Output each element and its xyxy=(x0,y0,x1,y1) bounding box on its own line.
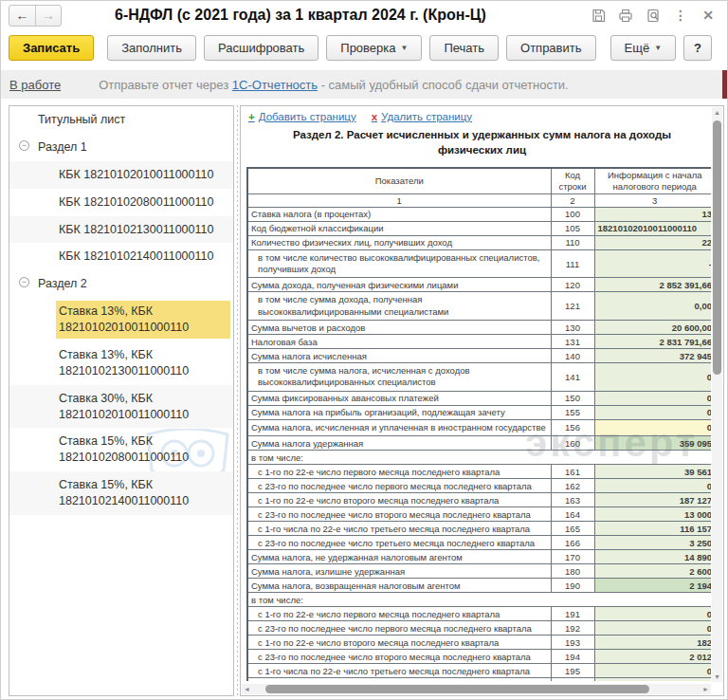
value-cell-111[interactable]: - xyxy=(594,249,711,278)
value-cell-196[interactable]: 0 xyxy=(594,678,711,681)
line-code: 190 xyxy=(551,579,594,593)
delete-page-link[interactable]: xУдалить страницу xyxy=(372,111,472,122)
indicator-label: Налоговая база xyxy=(247,335,551,349)
indicator-label: Сумма налога, возвращенная налоговым аге… xyxy=(247,579,551,593)
value-cell-156[interactable]: 0 xyxy=(594,419,711,435)
value-cell-150[interactable]: 0 xyxy=(594,391,711,405)
sidebar-item-10[interactable]: Ставка 15%, КБК 18210102080011000110 xyxy=(9,428,233,471)
sidebar-item-3[interactable]: КБК 18210102080011000110 xyxy=(9,189,233,216)
scroll-up-icon[interactable]: ▲ xyxy=(712,107,722,118)
sidebar-item-5[interactable]: КБК 18210102140011000110 xyxy=(9,243,233,270)
report-status-link[interactable]: В работе xyxy=(9,78,61,92)
1c-reporting-link[interactable]: 1С-Отчетность xyxy=(232,78,318,92)
line-code: 131 xyxy=(551,335,594,349)
toolbar-button-заполнить[interactable]: Заполнить xyxy=(107,35,196,61)
table-row: Сумма налога удержанная160359 095 xyxy=(247,436,711,451)
value-cell-194[interactable]: 2 012 xyxy=(594,650,711,664)
horizontal-scrollbar[interactable]: ◄ ► xyxy=(242,684,711,694)
line-code: 161 xyxy=(551,465,594,479)
value-cell-195[interactable]: 0 xyxy=(594,664,711,678)
value-cell-100[interactable]: 13 xyxy=(594,207,711,221)
sidebar-item-label: Титульный лист xyxy=(38,112,125,128)
chevron-down-icon: ▼ xyxy=(401,44,409,52)
value-cell-121[interactable]: 0,00 xyxy=(594,292,711,321)
value-cell-170[interactable]: 14 890 xyxy=(594,550,711,564)
line-code: 105 xyxy=(551,221,594,235)
sidebar-item-2[interactable]: КБК 18210102010011000110 xyxy=(9,161,233,189)
value-cell-165[interactable]: 116 157 xyxy=(594,522,711,536)
save-icon[interactable] xyxy=(591,8,606,23)
toolbar-button-label: ? xyxy=(694,41,701,55)
table-row: Налоговая база1312 831 791,66 xyxy=(247,335,711,349)
sidebar-item-8[interactable]: Ставка 13%, КБК 18210102130011000110 xyxy=(9,341,233,385)
toolbar-button-расшифровать[interactable]: Расшифровать xyxy=(204,35,318,61)
scroll-left-icon[interactable]: ◄ xyxy=(242,684,252,694)
forward-icon[interactable]: → xyxy=(35,6,61,26)
table-row: в том числе сумма дохода, полученная выс… xyxy=(247,292,711,321)
value-cell-193[interactable]: 182 xyxy=(594,636,711,650)
value-cell-105[interactable]: 18210102010011000110 xyxy=(594,221,711,235)
value-cell-163[interactable]: 187 127 xyxy=(594,493,711,507)
sidebar-item-9[interactable]: Ставка 30%, КБК 18210102010011000110 xyxy=(9,385,233,429)
sidebar-item-6[interactable]: −Раздел 2 xyxy=(9,270,233,298)
back-icon[interactable]: ← xyxy=(9,6,35,26)
table-row: в том числе: xyxy=(247,451,711,465)
value-cell-141[interactable]: 0 xyxy=(594,363,711,392)
collapse-icon[interactable]: − xyxy=(19,140,29,151)
table-row: с 1-го числа по 22-е число третьего меся… xyxy=(247,522,711,536)
value-cell-140[interactable]: 372 945 xyxy=(594,349,711,363)
value-cell-161[interactable]: 39 561 xyxy=(594,465,711,479)
value-cell-160[interactable]: 359 095 xyxy=(594,436,711,451)
section-title: Раздел 2. Расчет исчисленных и удержанны… xyxy=(241,128,723,157)
value-cell-110[interactable]: 22 xyxy=(594,235,711,249)
line-code: 180 xyxy=(551,564,594,579)
toolbar-button-записать[interactable]: Записать xyxy=(9,35,94,61)
table-row: в том числе сумма налога, исчисленная с … xyxy=(247,363,711,392)
print-icon[interactable] xyxy=(618,8,633,23)
value-cell-130[interactable]: 20 600,00 xyxy=(594,321,711,335)
line-code: 120 xyxy=(551,278,594,292)
value-cell-120[interactable]: 2 852 391,66 xyxy=(594,278,711,292)
sidebar-item-0[interactable]: Титульный лист xyxy=(9,106,233,134)
toolbar-button-ещ-[interactable]: Ещё▼ xyxy=(610,35,677,61)
vertical-scrollbar-thumb[interactable] xyxy=(713,120,721,375)
scroll-right-icon[interactable]: ► xyxy=(701,684,711,694)
value-cell-164[interactable]: 13 000 xyxy=(594,507,711,522)
value-cell-180[interactable]: 2 600 xyxy=(594,564,711,579)
horizontal-scrollbar-thumb[interactable] xyxy=(265,685,649,693)
line-code: 170 xyxy=(551,550,594,564)
toolbar-button-проверка[interactable]: Проверка▼ xyxy=(326,35,422,61)
sidebar-item-4[interactable]: КБК 18210102130011000110 xyxy=(9,216,233,244)
page-actions: +Добавить страницу xУдалить страницу xyxy=(241,106,723,124)
value-cell-190[interactable]: 2 194 xyxy=(594,579,711,593)
print-preview-icon[interactable] xyxy=(646,8,661,23)
value-cell-191[interactable]: 0 xyxy=(594,607,711,621)
close-icon[interactable]: ✕ xyxy=(701,8,716,23)
column-number-1: 1 xyxy=(247,193,551,207)
toolbar-button-отправить[interactable]: Отправить xyxy=(506,35,595,61)
table-row: с 23-го по последнее число третьего меся… xyxy=(247,678,711,681)
value-cell-192[interactable]: 0 xyxy=(594,621,711,636)
value-cell-166[interactable]: 3 250 xyxy=(594,536,711,550)
toolbar-button-?[interactable]: ? xyxy=(683,35,712,61)
more-menu-icon[interactable]: ⋮ xyxy=(673,8,688,23)
add-page-link[interactable]: +Добавить страницу xyxy=(248,111,356,122)
sidebar-item-1[interactable]: −Раздел 1 xyxy=(9,134,233,161)
line-code: 155 xyxy=(551,405,594,419)
toolbar-button-печать[interactable]: Печать xyxy=(429,35,499,61)
value-cell-155[interactable]: 0 xyxy=(594,405,711,419)
toolbar-button-label: Проверка xyxy=(340,41,395,55)
vertical-scrollbar[interactable]: ▲ ▼ xyxy=(712,107,722,682)
indicator-label: с 23-го по последнее число первого месяц… xyxy=(247,621,551,636)
window-icons: ⋮ ✕ xyxy=(591,8,716,23)
scroll-down-icon[interactable]: ▼ xyxy=(712,672,722,682)
sidebar-item-7[interactable]: Ставка 13%, КБК 18210102010011000110 xyxy=(9,298,233,341)
header-info: Информация с начала налогового периода xyxy=(594,168,711,193)
collapse-icon[interactable]: − xyxy=(19,277,29,287)
value-cell-162[interactable]: 0 xyxy=(594,479,711,493)
value-cell-131[interactable]: 2 831 791,66 xyxy=(594,335,711,349)
line-code: 130 xyxy=(551,321,594,335)
sidebar-item-11[interactable]: Ставка 15%, КБК 18210102140011000110 xyxy=(9,471,233,515)
indicator-label: с 23-го по последнее число третьего меся… xyxy=(247,678,551,681)
indicator-label: Сумма налога удержанная xyxy=(247,436,551,451)
